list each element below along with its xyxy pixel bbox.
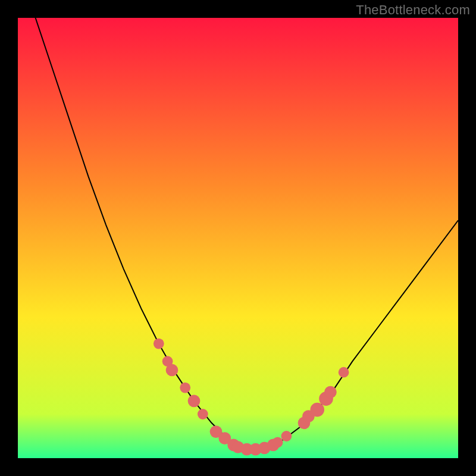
curve-marker [339, 367, 349, 378]
curve-marker [188, 394, 201, 407]
chart-svg [18, 18, 458, 458]
curve-marker [281, 431, 292, 441]
curve-marker [324, 386, 337, 399]
curve-marker [198, 409, 208, 419]
gradient-background [18, 18, 458, 458]
curve-marker [166, 364, 178, 377]
plot-area [18, 18, 458, 458]
outer-frame: TheBottleneck.com [0, 0, 476, 476]
curve-marker [180, 383, 190, 393]
watermark-text: TheBottleneck.com [356, 2, 470, 18]
curve-marker [154, 339, 164, 349]
curve-marker [310, 403, 324, 417]
curve-marker [273, 437, 283, 447]
